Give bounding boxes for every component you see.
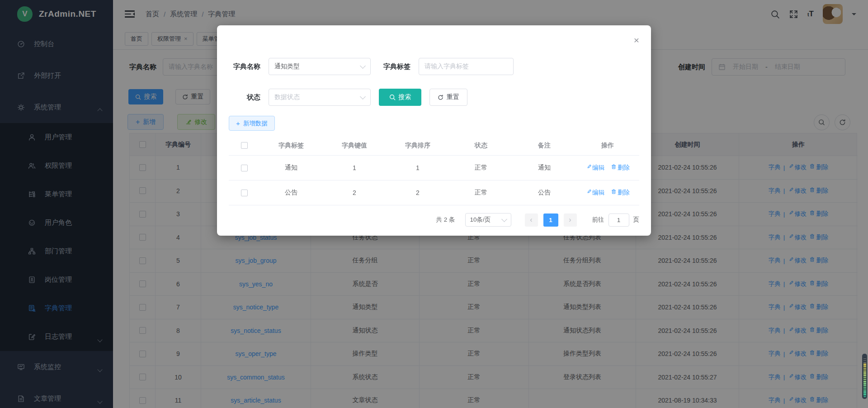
dict-value-cell: 1	[323, 156, 386, 180]
chevron-down-icon	[360, 94, 366, 100]
remark-cell: 公告	[513, 180, 576, 205]
row-checkbox[interactable]	[241, 190, 248, 196]
dialog-table-row: 通知 1 1 正常 通知 编辑 删除	[229, 156, 639, 180]
prev-page-button[interactable]: ‹	[525, 213, 538, 227]
total-count: 共 2 条	[436, 216, 455, 224]
dialog-dict-label-label: 字典标签	[379, 58, 410, 75]
dialog-pagination: 共 2 条 10条/页 ‹ 1 › 前往 1 页	[229, 212, 639, 228]
select-all-checkbox[interactable]	[241, 142, 248, 149]
dict-sort-cell: 2	[386, 180, 449, 205]
page-size-select[interactable]: 10条/页	[465, 213, 511, 227]
dict-label-cell: 公告	[259, 180, 323, 205]
next-page-button[interactable]: ›	[564, 213, 577, 227]
status-select[interactable]: 数据状态	[269, 89, 371, 106]
dialog-table-header: 字典标签 字典键值 字典排序 状态 备注 操作	[229, 136, 639, 156]
dialog-search-button[interactable]: 搜索	[379, 89, 421, 106]
current-page-button[interactable]: 1	[543, 213, 558, 227]
chevron-down-icon	[501, 216, 507, 222]
edit-link[interactable]: 编辑	[585, 189, 604, 197]
goto-suffix-label: 页	[633, 216, 640, 224]
dialog-dict-name-label: 字典名称	[229, 58, 260, 75]
trash-icon	[611, 164, 617, 170]
edit-link[interactable]: 编辑	[585, 164, 604, 172]
dict-label-input[interactable]: 请输入字典标签	[419, 58, 514, 75]
dialog-table: 字典标签 字典键值 字典排序 状态 备注 操作 通知 1 1 正常 通知 编辑 …	[229, 136, 639, 205]
status-cell: 正常	[449, 180, 513, 205]
dialog-reset-button[interactable]: 重置	[429, 89, 467, 106]
dialog-close-icon[interactable]: ×	[634, 35, 639, 45]
chevron-down-icon	[360, 63, 366, 69]
pencil-icon	[585, 164, 591, 170]
pencil-icon	[585, 189, 591, 195]
dict-label-cell: 通知	[259, 156, 323, 180]
dialog-table-row: 公告 2 2 正常 公告 编辑 删除	[229, 180, 639, 205]
goto-label: 前往	[592, 216, 604, 224]
dialog-add-data-button[interactable]: + 新增数据	[229, 116, 275, 131]
delete-link[interactable]: 删除	[611, 189, 630, 197]
dialog-status-label: 状态	[229, 89, 260, 106]
trash-icon	[611, 189, 617, 195]
dict-value-cell: 2	[323, 180, 386, 205]
status-cell: 正常	[449, 156, 513, 180]
row-checkbox[interactable]	[241, 165, 248, 171]
delete-link[interactable]: 删除	[611, 164, 630, 172]
dict-name-select[interactable]: 通知类型	[269, 58, 371, 75]
window-scrollbar-thumb[interactable]	[862, 354, 867, 399]
dict-sort-cell: 1	[386, 156, 449, 180]
goto-page-input[interactable]: 1	[609, 213, 629, 227]
remark-cell: 通知	[513, 156, 576, 180]
dict-data-dialog: × 字典名称 通知类型 字典标签 请输入字典标签 状态 数据状态 搜索 重置 +…	[217, 25, 651, 236]
